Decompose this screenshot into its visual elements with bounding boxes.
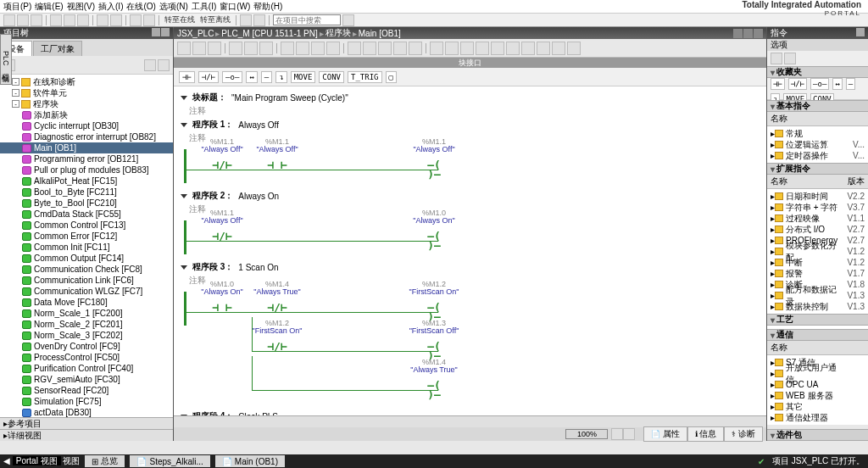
fav-tool-button[interactable]: ↔: [832, 78, 842, 90]
tree-item[interactable]: -程序块: [0, 98, 173, 109]
tb-icon[interactable]: [537, 42, 550, 55]
paste-icon[interactable]: [77, 14, 89, 26]
pin-icon[interactable]: [856, 28, 865, 36]
fav-tool-button[interactable]: —o—: [810, 78, 829, 90]
tb-icon[interactable]: [506, 42, 520, 55]
option-pkg-group[interactable]: 选件包: [767, 429, 868, 441]
tb-icon[interactable]: [177, 42, 191, 55]
tree-item[interactable]: -在线和诊断: [0, 76, 173, 87]
tb-icon[interactable]: [476, 42, 489, 55]
menu-item[interactable]: 项目(P): [3, 1, 31, 13]
bc-seg[interactable]: Main [OB1]: [359, 29, 401, 38]
instruction-item[interactable]: ▸定时器操作V...: [767, 150, 868, 161]
h-scrollbar[interactable]: [174, 415, 766, 427]
menu-item[interactable]: 选项(N): [159, 1, 188, 13]
ladder-rung[interactable]: %M1.4"Always True"―( )―: [184, 370, 756, 404]
tree-item[interactable]: CmdData Stack [FC55]: [0, 209, 173, 220]
tree-item[interactable]: OvenDry Control [FC9]: [0, 341, 173, 352]
copy-icon[interactable]: [64, 14, 75, 26]
tb-icon[interactable]: [491, 42, 504, 55]
expand-icon[interactable]: -: [12, 78, 19, 86]
tree-item[interactable]: Common Output [FC14]: [0, 253, 173, 264]
fav-tool-button[interactable]: ⊣⊢: [771, 78, 785, 90]
ladder-contact[interactable]: %M1.1"Always Off"⊣/⊢: [209, 231, 235, 241]
close-icon[interactable]: [754, 29, 763, 38]
tb-icon[interactable]: [296, 42, 309, 55]
tab-factory-objects[interactable]: 工厂对象: [33, 41, 82, 56]
tree-item[interactable]: Communication WLGZ [FC7]: [0, 286, 173, 297]
menu-item[interactable]: 视图(V): [67, 1, 95, 13]
ladder-contact[interactable]: %M1.2"FirstScan On"⊣/⊢: [264, 342, 290, 351]
zoom-in-icon[interactable]: [623, 428, 635, 440]
tab-diagnostics[interactable]: ⚕ 诊断: [724, 426, 763, 442]
tb-icon[interactable]: [378, 42, 392, 55]
ladder-tool-button[interactable]: T_TRIG: [348, 71, 382, 83]
left-side-tab[interactable]: PLC 编程: [0, 34, 12, 85]
tb-icon[interactable]: [445, 42, 459, 55]
max-icon[interactable]: [743, 29, 753, 38]
project-search-input[interactable]: [273, 14, 341, 25]
block-interface-header[interactable]: 块接口: [174, 58, 766, 68]
ref-project-bar[interactable]: ▸ 参考项目: [0, 417, 173, 429]
tb-icon[interactable]: [281, 42, 294, 55]
ladder-contact[interactable]: %M1.4"Always True"―( )―: [421, 381, 447, 399]
instruction-item[interactable]: ▸报警V1.7: [767, 268, 868, 279]
bc-seg[interactable]: 程序块: [326, 27, 351, 39]
ladder-contact[interactable]: %M1.1"Always Off"―( )―: [421, 160, 447, 179]
menu-item[interactable]: 编辑(E): [35, 1, 63, 13]
redo-icon[interactable]: [110, 14, 122, 26]
project-tree[interactable]: -在线和诊断-软件单元-程序块添加新块Cyclic interrupt [OB3…: [0, 75, 173, 417]
instruction-item[interactable]: ▸OPC UA: [767, 379, 868, 390]
tree-item[interactable]: SensorRead [FC20]: [0, 385, 173, 396]
tree-item[interactable]: Diagnostic error interrupt [OB82]: [0, 131, 173, 142]
instruction-item[interactable]: ▸中断V1.2: [767, 257, 868, 268]
opt-icon[interactable]: [784, 53, 796, 64]
ladder-editor[interactable]: 块标题："Main Program Sweep (Cycle)"注释程序段 1：…: [174, 86, 766, 415]
tb-icon[interactable]: [311, 42, 325, 55]
tree-item[interactable]: Norm_Scale_2 [FC201]: [0, 319, 173, 330]
expand-icon[interactable]: -: [12, 100, 19, 108]
instruction-group[interactable]: 通信: [767, 329, 868, 341]
instruction-item[interactable]: ▸开放式用户通信: [767, 368, 868, 379]
detail-view-bar[interactable]: ▸ 详细视图: [0, 429, 173, 441]
menu-item[interactable]: 工具(I): [192, 1, 216, 13]
task-item[interactable]: 📄 Steps_Alkali...: [130, 455, 209, 467]
tree-item[interactable]: Common Init [FC11]: [0, 242, 173, 253]
tree-item[interactable]: Simulation [FC75]: [0, 396, 173, 407]
tree-item[interactable]: Purification Control [FC40]: [0, 363, 173, 374]
tree-item[interactable]: Norm_Scale_3 [FC202]: [0, 330, 173, 341]
pin-icon[interactable]: [161, 28, 170, 36]
tree-item[interactable]: RGV_semiAuto [FC30]: [0, 374, 173, 385]
tb-icon[interactable]: [521, 42, 535, 55]
cut-icon[interactable]: [50, 14, 62, 26]
tab-info[interactable]: ℹ 信息: [687, 426, 725, 442]
undo-icon[interactable]: [97, 14, 108, 26]
instruction-item[interactable]: ▸字符串 + 字符V3.7: [767, 202, 868, 213]
instruction-item[interactable]: ▸配方和数据记录V1.3: [767, 290, 868, 301]
fav-tool-button[interactable]: ⊣/⊢: [788, 78, 807, 90]
tree-item[interactable]: Programming error [OB121]: [0, 153, 173, 164]
tree-item[interactable]: actData [DB30]: [0, 407, 173, 417]
instruction-item[interactable]: ▸通信处理器: [767, 412, 868, 423]
ladder-tool-button[interactable]: ↴: [275, 71, 287, 83]
tree-item[interactable]: Main [OB1]: [0, 142, 173, 153]
tb-icon[interactable]: [192, 42, 206, 55]
instruction-group[interactable]: 工艺: [767, 314, 868, 326]
tb-icon[interactable]: [567, 42, 581, 55]
ladder-tool-button[interactable]: ↔: [246, 71, 257, 83]
instruction-item[interactable]: ▸日期和时间V2.2: [767, 191, 868, 202]
ladder-contact[interactable]: %M1.0"Always On"―( )―: [421, 231, 447, 250]
download-icon[interactable]: [130, 14, 142, 26]
tree-item[interactable]: Common Control [FC13]: [0, 220, 173, 231]
ladder-tool-button[interactable]: ⊣/⊢: [198, 71, 219, 83]
cross-icon[interactable]: [253, 14, 265, 26]
favorites-group[interactable]: 收藏夹: [767, 66, 868, 78]
grid-icon[interactable]: [144, 59, 156, 71]
ladder-contact[interactable]: %M1.1"Always Off"⊣/⊢: [209, 160, 235, 170]
instruction-item[interactable]: ▸过程映像V1.1: [767, 213, 868, 224]
menu-item[interactable]: 窗口(W): [220, 1, 250, 13]
list-icon[interactable]: [158, 59, 170, 71]
menu-item[interactable]: 在线(O): [126, 1, 155, 13]
instruction-item[interactable]: ▸其它: [767, 401, 868, 412]
zoom-field[interactable]: 100%: [565, 429, 608, 439]
